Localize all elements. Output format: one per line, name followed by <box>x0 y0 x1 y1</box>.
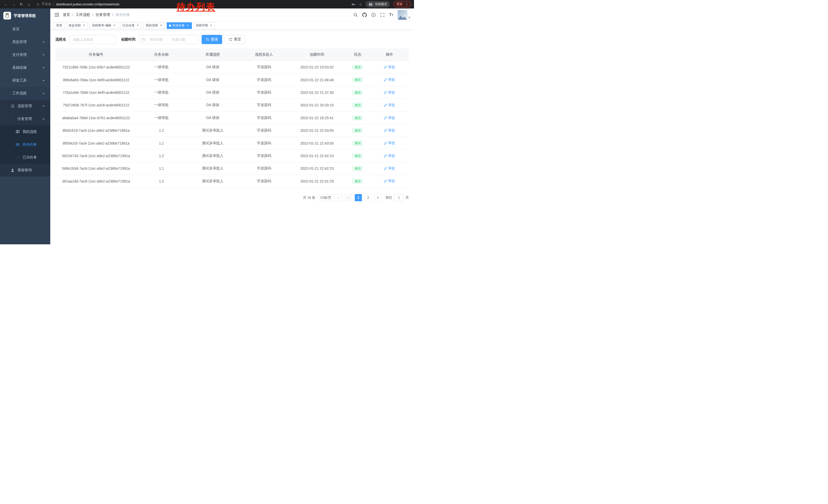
bookmark-star-icon[interactable]: ☆ <box>359 2 362 6</box>
close-icon[interactable]: × <box>186 24 190 28</box>
table-row: 58154733-7ac8-11ec-a9e2-a2380e71991a1.2测… <box>55 149 409 162</box>
breadcrumb-task-mgmt[interactable]: 任务管理 <box>96 12 110 17</box>
approve-link[interactable]: 审批 <box>384 179 395 183</box>
sidebar-item-devtools[interactable]: 研发工具 <box>0 74 50 87</box>
page-button-2[interactable]: 2 <box>365 194 372 201</box>
prev-page-button[interactable] <box>345 194 352 201</box>
tab-start-process[interactable]: 发起流程 × <box>66 22 88 29</box>
user-menu[interactable]: ▾ <box>398 10 410 20</box>
status-badge: 激活 <box>352 90 363 95</box>
help-icon[interactable]: ? <box>371 12 376 17</box>
tags-view: 首页 发起流程 × 流程表单-编辑 × 已办任务 × 我的流程 × <box>50 21 414 30</box>
status-badge: 激活 <box>352 64 363 70</box>
page-button-1[interactable]: 1 <box>355 194 362 201</box>
chevron-down-icon <box>42 104 45 108</box>
next-page-button[interactable] <box>374 194 381 201</box>
svg-text:?: ? <box>373 13 374 16</box>
approve-link[interactable]: 审批 <box>384 90 395 95</box>
forward-icon[interactable]: → <box>10 1 17 8</box>
start-date-input[interactable] <box>146 38 166 42</box>
process-name-input[interactable] <box>70 35 116 44</box>
task-id-cell: 8f0d1619-7ac8-11ec-a9e2-a2380e71991a <box>55 124 137 137</box>
starter-cell: 芋道源码 <box>239 162 289 175</box>
process-cell: 测试多审批人 <box>186 137 239 149</box>
approve-link-label: 审批 <box>388 65 395 70</box>
sidebar-item-home[interactable]: 首页 <box>0 23 50 36</box>
reset-button[interactable]: 重置 <box>225 35 245 44</box>
font-size-icon[interactable]: TT <box>389 13 394 17</box>
status-cell: 激活 <box>345 61 370 74</box>
col-starter: 流程发起人 <box>239 48 289 61</box>
approve-link[interactable]: 审批 <box>384 128 395 133</box>
breadcrumb-home[interactable]: 首页 <box>63 12 70 17</box>
sidebar-item-todo-tasks[interactable]: 待办任务 <box>0 138 50 151</box>
sidebar-item-my-process[interactable]: 我的流程 <box>0 125 50 138</box>
approve-link[interactable]: 审批 <box>384 78 395 82</box>
sidebar-item-workflow[interactable]: 工作流程 <box>0 87 50 100</box>
approve-link[interactable]: 审批 <box>384 166 395 171</box>
tab-form-edit[interactable]: 流程表单-编辑 × <box>89 22 119 29</box>
sidebar-item-task-mgmt[interactable]: 任务管理 <box>0 112 50 125</box>
page-size-select[interactable]: 10条/页 <box>318 194 342 201</box>
back-icon[interactable]: ← <box>3 1 9 8</box>
close-icon[interactable]: × <box>82 24 86 28</box>
edit-icon <box>384 141 387 145</box>
fullscreen-icon[interactable] <box>380 12 385 17</box>
end-date-input[interactable] <box>169 38 188 42</box>
approve-link[interactable]: 审批 <box>384 116 395 120</box>
tab-process-detail[interactable]: 流程详情 × <box>194 22 215 29</box>
search-button-label: 搜索 <box>211 37 218 42</box>
approve-link-label: 审批 <box>388 153 395 158</box>
key-icon[interactable] <box>351 2 356 6</box>
task-name-cell: 1.2 <box>137 124 186 137</box>
process-cell: OA 请假 <box>186 74 239 86</box>
tab-my-process[interactable]: 我的流程 × <box>143 22 165 29</box>
browser-menu-icon[interactable]: ⋮ <box>405 2 408 6</box>
tab-home[interactable]: 首页 <box>54 22 65 29</box>
approve-link-label: 审批 <box>388 141 395 145</box>
sidebar-item-system[interactable]: 系统管理 <box>0 36 50 48</box>
goto-page-input[interactable] <box>394 194 404 201</box>
gear-icon <box>5 40 9 44</box>
approve-link[interactable]: 审批 <box>384 103 395 107</box>
date-range-picker[interactable]: - <box>139 35 198 44</box>
tab-label: 发起流程 <box>69 23 81 28</box>
close-icon[interactable]: × <box>209 24 213 28</box>
search-button[interactable]: 搜索 <box>202 35 222 44</box>
github-icon[interactable] <box>362 12 367 17</box>
task-id-cell: 75d72608-7b7f-11ec-a3c8-acde48001122 <box>55 99 137 111</box>
approve-link[interactable]: 审批 <box>384 65 395 70</box>
security-label: 不安全 <box>42 2 51 6</box>
sidebar-item-infra[interactable]: 基础设施 <box>0 61 50 74</box>
col-actions: 操作 <box>370 48 409 61</box>
approve-link[interactable]: 审批 <box>384 153 395 158</box>
sidebar-item-label: 已办任务 <box>23 155 37 160</box>
home-icon[interactable]: ⌂ <box>26 1 32 8</box>
tab-todo-tasks[interactable]: 待办任务 × <box>167 22 192 29</box>
sidebar-item-leave-query[interactable]: 请假查询 <box>0 164 50 177</box>
address-bar[interactable]: ⚠ 不安全 dashboard.yudao.iocoder.cn/bpm/tas… <box>36 2 120 6</box>
update-chip[interactable]: 更新 ⋮ <box>393 1 411 7</box>
avatar[interactable] <box>398 10 407 20</box>
tab-done-tasks[interactable]: 已办任务 × <box>120 22 142 29</box>
sidebar-item-done-tasks[interactable]: 已办任务 <box>0 151 50 164</box>
breadcrumb: 首页 / 工作流程 / 任务管理 / 待办任务 <box>63 12 130 17</box>
close-icon[interactable]: × <box>113 24 116 28</box>
eye-icon <box>15 142 20 147</box>
sidebar-item-payment[interactable]: ¥ 支付管理 <box>0 48 50 61</box>
close-icon[interactable]: × <box>136 24 139 28</box>
created-cell: 2022-01-21 22:41:29 <box>289 175 345 187</box>
person-chat-icon <box>15 130 20 134</box>
reload-icon[interactable]: ↻ <box>18 1 25 8</box>
breadcrumb-workflow[interactable]: 工作流程 <box>76 12 90 17</box>
sidebar-item-label: 我的流程 <box>23 130 37 134</box>
approve-link[interactable]: 审批 <box>384 141 395 145</box>
task-id-cell: 580e1b3d-7ac8-11ec-a9e2-a2380e71991a <box>55 162 137 175</box>
starter-cell: 芋道源码 <box>239 86 289 99</box>
app-logo[interactable]: 芋道管理系统 <box>0 8 50 23</box>
sidebar-fold-icon[interactable] <box>54 12 59 17</box>
search-icon[interactable] <box>353 12 358 17</box>
close-icon[interactable]: × <box>159 24 163 28</box>
app-logo-icon <box>3 12 11 19</box>
sidebar-item-process-mgmt[interactable]: 流程管理 <box>0 100 50 112</box>
